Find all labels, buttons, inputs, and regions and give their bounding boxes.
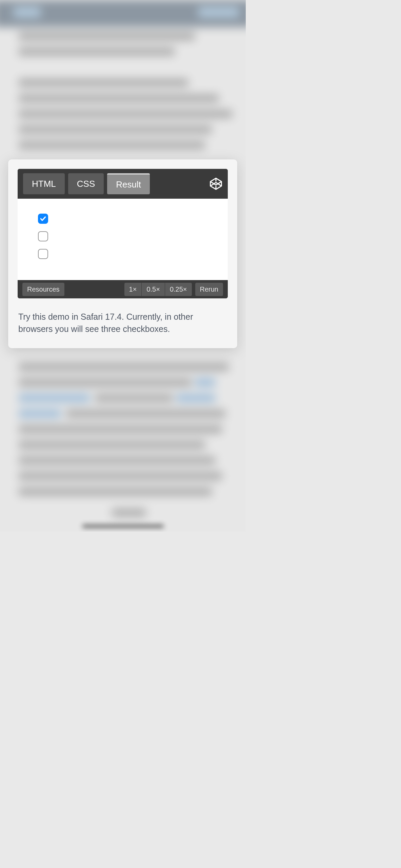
codepen-result-pane [18, 199, 228, 280]
checkbox-checked[interactable] [38, 214, 48, 224]
zoom-05x-button[interactable]: 0.5× [142, 283, 165, 296]
codepen-embed: HTML CSS Result Resources [18, 169, 228, 298]
codepen-logo-icon[interactable] [209, 177, 222, 190]
checkbox-unchecked[interactable] [38, 249, 48, 259]
zoom-controls: 1× 0.5× 0.25× [124, 283, 192, 296]
check-icon [40, 215, 46, 222]
tab-result[interactable]: Result [107, 173, 150, 194]
home-indicator [82, 525, 164, 528]
zoom-025x-button[interactable]: 0.25× [165, 283, 192, 296]
zoom-1x-button[interactable]: 1× [124, 283, 142, 296]
resources-button[interactable]: Resources [22, 283, 64, 296]
rerun-button[interactable]: Rerun [195, 283, 223, 296]
demo-caption: Try this demo in Safari 17.4. Currently,… [18, 311, 228, 339]
codepen-footer: Resources 1× 0.5× 0.25× Rerun [18, 280, 228, 298]
codepen-tabs: HTML CSS Result [23, 173, 150, 194]
tab-html[interactable]: HTML [23, 173, 65, 194]
demo-modal: HTML CSS Result Resources [8, 159, 237, 348]
tab-css[interactable]: CSS [68, 173, 104, 194]
checkbox-unchecked[interactable] [38, 231, 48, 241]
codepen-header: HTML CSS Result [18, 169, 228, 199]
checkbox-list [38, 214, 207, 259]
